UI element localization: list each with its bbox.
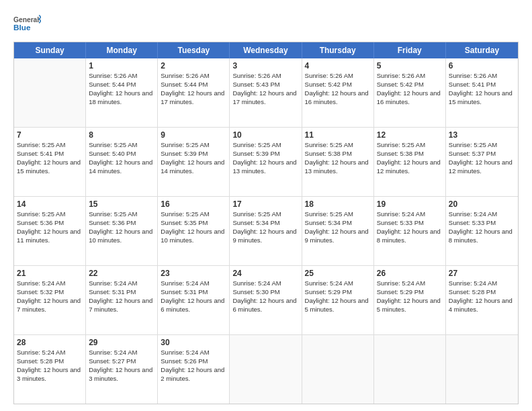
day-of-week-friday: Friday <box>374 42 446 58</box>
day-of-week-monday: Monday <box>86 42 158 58</box>
sunrise-text: Sunrise: 5:26 AM <box>161 72 226 81</box>
sunrise-text: Sunrise: 5:24 AM <box>89 349 154 357</box>
cal-cell: 10Sunrise: 5:25 AMSunset: 5:39 PMDayligh… <box>230 128 302 196</box>
cal-cell: 30Sunrise: 5:24 AMSunset: 5:26 PMDayligh… <box>158 335 230 404</box>
day-number: 19 <box>377 199 443 210</box>
week-row-5: 28Sunrise: 5:24 AMSunset: 5:28 PMDayligh… <box>14 335 518 404</box>
cal-cell: 24Sunrise: 5:24 AMSunset: 5:30 PMDayligh… <box>230 266 302 334</box>
day-number: 16 <box>161 199 226 210</box>
day-number: 5 <box>377 60 443 71</box>
day-number: 6 <box>449 60 515 71</box>
calendar-body: 1Sunrise: 5:26 AMSunset: 5:44 PMDaylight… <box>14 58 518 404</box>
daylight-text: Daylight: 12 hours and 7 minutes. <box>89 297 154 314</box>
daylight-text: Daylight: 12 hours and 17 minutes. <box>161 89 226 107</box>
day-number: 18 <box>305 199 371 210</box>
sunrise-text: Sunrise: 5:25 AM <box>161 210 226 219</box>
cal-cell: 22Sunrise: 5:24 AMSunset: 5:31 PMDayligh… <box>86 266 158 334</box>
day-number: 30 <box>161 337 226 348</box>
cal-cell: 4Sunrise: 5:26 AMSunset: 5:42 PMDaylight… <box>302 58 374 127</box>
sunrise-text: Sunrise: 5:24 AM <box>17 279 83 288</box>
sunset-text: Sunset: 5:31 PM <box>161 288 226 297</box>
daylight-text: Daylight: 12 hours and 4 minutes. <box>449 297 515 314</box>
sunset-text: Sunset: 5:44 PM <box>161 81 226 89</box>
sunrise-text: Sunrise: 5:25 AM <box>17 210 83 219</box>
sunset-text: Sunset: 5:34 PM <box>232 219 298 228</box>
sunset-text: Sunset: 5:36 PM <box>89 219 154 228</box>
day-of-week-wednesday: Wednesday <box>230 42 302 58</box>
sunrise-text: Sunrise: 5:24 AM <box>449 279 515 288</box>
day-number: 17 <box>232 199 298 210</box>
sunrise-text: Sunrise: 5:26 AM <box>305 72 371 81</box>
sunset-text: Sunset: 5:32 PM <box>17 288 83 297</box>
daylight-text: Daylight: 12 hours and 3 minutes. <box>89 366 154 383</box>
sunset-text: Sunset: 5:28 PM <box>449 288 515 297</box>
sunrise-text: Sunrise: 5:25 AM <box>17 141 83 150</box>
day-number: 25 <box>305 268 371 279</box>
sunset-text: Sunset: 5:34 PM <box>305 219 371 228</box>
daylight-text: Daylight: 12 hours and 7 minutes. <box>17 297 83 314</box>
daylight-text: Daylight: 12 hours and 15 minutes. <box>449 89 515 107</box>
sunrise-text: Sunrise: 5:25 AM <box>305 141 371 150</box>
sunrise-text: Sunrise: 5:24 AM <box>377 279 443 288</box>
svg-text:Blue: Blue <box>13 23 31 32</box>
cal-cell <box>14 58 86 127</box>
daylight-text: Daylight: 12 hours and 10 minutes. <box>89 228 154 245</box>
sunrise-text: Sunrise: 5:25 AM <box>89 210 154 219</box>
day-number: 15 <box>89 199 154 210</box>
sunrise-text: Sunrise: 5:24 AM <box>89 279 154 288</box>
cal-cell: 16Sunrise: 5:25 AMSunset: 5:35 PMDayligh… <box>158 197 230 265</box>
day-number: 28 <box>17 337 83 348</box>
cal-cell: 13Sunrise: 5:25 AMSunset: 5:37 PMDayligh… <box>446 128 518 196</box>
sunrise-text: Sunrise: 5:24 AM <box>161 279 226 288</box>
cal-cell: 25Sunrise: 5:24 AMSunset: 5:29 PMDayligh… <box>302 266 374 334</box>
daylight-text: Daylight: 12 hours and 17 minutes. <box>232 89 298 107</box>
sunset-text: Sunset: 5:37 PM <box>449 150 515 158</box>
day-number: 20 <box>449 199 515 210</box>
sunrise-text: Sunrise: 5:26 AM <box>232 72 298 81</box>
sunrise-text: Sunrise: 5:24 AM <box>17 349 83 357</box>
sunset-text: Sunset: 5:41 PM <box>17 150 83 158</box>
sunrise-text: Sunrise: 5:25 AM <box>232 210 298 219</box>
day-number: 1 <box>89 60 154 71</box>
cal-cell: 5Sunrise: 5:26 AMSunset: 5:42 PMDaylight… <box>374 58 446 127</box>
cal-cell: 6Sunrise: 5:26 AMSunset: 5:41 PMDaylight… <box>446 58 518 127</box>
daylight-text: Daylight: 12 hours and 11 minutes. <box>17 228 83 245</box>
sunrise-text: Sunrise: 5:26 AM <box>449 72 515 81</box>
sunrise-text: Sunrise: 5:25 AM <box>89 141 154 150</box>
week-row-4: 21Sunrise: 5:24 AMSunset: 5:32 PMDayligh… <box>14 266 518 335</box>
cal-cell: 28Sunrise: 5:24 AMSunset: 5:28 PMDayligh… <box>14 335 86 404</box>
day-number: 14 <box>17 199 83 210</box>
cal-cell <box>374 335 446 404</box>
day-number: 11 <box>305 130 371 140</box>
sunset-text: Sunset: 5:29 PM <box>305 288 371 297</box>
day-number: 2 <box>161 60 226 71</box>
daylight-text: Daylight: 12 hours and 13 minutes. <box>305 158 371 176</box>
daylight-text: Daylight: 12 hours and 8 minutes. <box>449 228 515 245</box>
sunset-text: Sunset: 5:33 PM <box>449 219 515 228</box>
cal-cell <box>446 335 518 404</box>
daylight-text: Daylight: 12 hours and 8 minutes. <box>377 228 443 245</box>
sunset-text: Sunset: 5:38 PM <box>377 150 443 158</box>
daylight-text: Daylight: 12 hours and 5 minutes. <box>305 297 371 314</box>
day-number: 4 <box>305 60 371 71</box>
sunset-text: Sunset: 5:39 PM <box>161 150 226 158</box>
sunset-text: Sunset: 5:35 PM <box>161 219 226 228</box>
sunset-text: Sunset: 5:36 PM <box>17 219 83 228</box>
day-number: 23 <box>161 268 226 279</box>
cal-cell: 23Sunrise: 5:24 AMSunset: 5:31 PMDayligh… <box>158 266 230 334</box>
sunset-text: Sunset: 5:41 PM <box>449 81 515 89</box>
daylight-text: Daylight: 12 hours and 9 minutes. <box>305 228 371 245</box>
calendar-header: SundayMondayTuesdayWednesdayThursdayFrid… <box>14 42 518 58</box>
cal-cell: 20Sunrise: 5:24 AMSunset: 5:33 PMDayligh… <box>446 197 518 265</box>
daylight-text: Daylight: 12 hours and 16 minutes. <box>305 89 371 107</box>
sunset-text: Sunset: 5:42 PM <box>305 81 371 89</box>
cal-cell: 2Sunrise: 5:26 AMSunset: 5:44 PMDaylight… <box>158 58 230 127</box>
daylight-text: Daylight: 12 hours and 3 minutes. <box>17 366 83 383</box>
cal-cell: 7Sunrise: 5:25 AMSunset: 5:41 PMDaylight… <box>14 128 86 196</box>
day-number: 22 <box>89 268 154 279</box>
cal-cell: 29Sunrise: 5:24 AMSunset: 5:27 PMDayligh… <box>86 335 158 404</box>
day-of-week-tuesday: Tuesday <box>158 42 230 58</box>
sunset-text: Sunset: 5:39 PM <box>232 150 298 158</box>
day-number: 29 <box>89 337 154 348</box>
daylight-text: Daylight: 12 hours and 10 minutes. <box>161 228 226 245</box>
